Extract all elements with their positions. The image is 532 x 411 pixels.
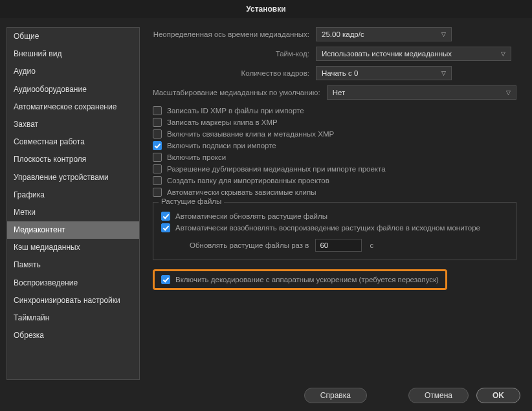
check-row-dup-media: Разрешение дублирования медиаданных при … (153, 164, 516, 173)
check-row-link-meta: Включить связывание клипа и метаданных X… (153, 129, 516, 139)
checkbox-proxy[interactable] (153, 153, 162, 162)
checkbox-captions-import[interactable] (153, 141, 162, 150)
chevron-down-icon: ▽ (441, 31, 446, 38)
sidebar-item[interactable]: Плоскость контроля (7, 151, 139, 168)
row-timecode: Тайм-код: Использовать источник медиадан… (153, 47, 516, 61)
dropdown-scaling[interactable]: Нет ▽ (327, 85, 516, 100)
label-scaling: Масштабирование медиаданных по умолчанию… (153, 89, 327, 96)
checkbox-write-markers[interactable] (153, 118, 162, 127)
sidebar-item[interactable]: Общие (7, 28, 139, 45)
checkbox-hw-decode[interactable] (161, 275, 170, 284)
cancel-button[interactable]: Отмена (408, 388, 469, 403)
check-row-create-folder: Создать папку для импортированных проект… (153, 176, 516, 185)
chevron-down-icon: ▽ (501, 50, 505, 57)
sidebar-item[interactable]: Кэш медиаданных (7, 239, 139, 256)
check-label-link-meta: Включить связывание клипа и метаданных X… (167, 130, 334, 138)
main-panel: Неопределенная ось времени медиаданных: … (140, 27, 526, 380)
check-label-auto-reload: Автоматически возобновлять воспроизведен… (175, 224, 480, 232)
unit-seconds: с (370, 241, 373, 249)
checkbox-link-meta[interactable] (153, 129, 162, 139)
sidebar-item[interactable]: Внешний вид (7, 45, 139, 63)
dropdown-framecount[interactable]: Начать с 0 ▽ (316, 66, 452, 80)
dropdown-timebase-value: 25.00 кадр/с (322, 30, 364, 38)
fieldset-legend-growing: Растущие файлы (159, 197, 224, 205)
label-timecode: Тайм-код: (153, 50, 316, 58)
check-row-hide-deps: Автоматически скрывать зависимые клипы (153, 188, 516, 197)
help-button[interactable]: Справка (304, 388, 367, 403)
input-refresh-interval[interactable] (315, 239, 362, 252)
dropdown-framecount-value: Начать с 0 (322, 69, 358, 77)
dropdown-scaling-value: Нет (333, 89, 346, 96)
ok-button[interactable]: OK (476, 388, 520, 403)
label-refresh-interval: Обновлять растущие файлы раз в (190, 241, 309, 249)
label-timebase: Неопределенная ось времени медиаданных: (153, 30, 316, 38)
row-framecount: Количество кадров: Начать с 0 ▽ (153, 66, 516, 80)
content-area: ОбщиеВнешний видАудиоАудиооборудованиеАв… (0, 18, 532, 380)
dropdown-timecode-value: Использовать источник медиаданных (322, 50, 452, 58)
dropdown-timecode[interactable]: Использовать источник медиаданных ▽ (316, 47, 511, 61)
chevron-down-icon: ▽ (506, 89, 511, 96)
checkbox-write-xmp[interactable] (153, 106, 162, 115)
label-framecount: Количество кадров: (153, 69, 316, 77)
check-label-dup-media: Разрешение дублирования медиаданных при … (167, 165, 386, 173)
checkbox-auto-reload[interactable] (161, 223, 170, 232)
check-label-write-xmp: Записать ID XMP в файлы при импорте (167, 107, 304, 115)
highlight-hw-decode: Включить декодирование с аппаратным уско… (153, 269, 447, 290)
row-scaling: Масштабирование медиаданных по умолчанию… (153, 85, 516, 100)
sidebar-item[interactable]: Автоматическое сохранение (7, 98, 139, 116)
dropdown-timebase[interactable]: 25.00 кадр/с ▽ (316, 27, 452, 41)
check-row-write-markers: Записать маркеры клипа в XMP (153, 118, 516, 127)
dialog-title: Установки (246, 5, 285, 14)
checkbox-auto-refresh[interactable] (161, 212, 170, 221)
row-refresh-interval: Обновлять растущие файлы раз в с (190, 239, 508, 252)
check-row-write-xmp: Записать ID XMP в файлы при импорте (153, 106, 516, 115)
check-row-proxy: Включить прокси (153, 153, 516, 162)
sidebar-item[interactable]: Обрезка (7, 327, 139, 344)
checkbox-hide-deps[interactable] (153, 188, 162, 197)
fieldset-growing-files: Растущие файлы Автоматически обновлять р… (153, 202, 516, 260)
sidebar-item[interactable]: Медиаконтент (7, 221, 139, 239)
check-label-hw-decode: Включить декодирование с аппаратным уско… (175, 276, 439, 283)
check-label-write-markers: Записать маркеры клипа в XMP (167, 118, 278, 126)
title-bar: Установки (0, 0, 532, 18)
sidebar-item[interactable]: Аудиооборудование (7, 81, 139, 98)
sidebar-item[interactable]: Синхронизировать настройки (7, 292, 139, 309)
checkbox-create-folder[interactable] (153, 176, 162, 185)
sidebar-item[interactable]: Воспроизведение (7, 274, 139, 292)
row-timebase: Неопределенная ось времени медиаданных: … (153, 27, 516, 41)
sidebar-item[interactable]: Управление устройствами (7, 169, 139, 186)
checkbox-dup-media[interactable] (153, 164, 162, 173)
check-label-proxy: Включить прокси (167, 153, 226, 161)
sidebar-item[interactable]: Таймлайн (7, 309, 139, 327)
check-label-hide-deps: Автоматически скрывать зависимые клипы (167, 188, 316, 196)
sidebar-item[interactable]: Захват (7, 116, 139, 133)
check-row-auto-reload: Автоматически возобновлять воспроизведен… (161, 223, 508, 232)
check-label-create-folder: Создать папку для импортированных проект… (167, 177, 329, 184)
check-row-captions-import: Включить подписи при импорте (153, 141, 516, 150)
sidebar-item[interactable]: Метки (7, 204, 139, 221)
sidebar-item[interactable]: Аудио (7, 63, 139, 80)
check-label-captions-import: Включить подписи при импорте (167, 142, 276, 150)
chevron-down-icon: ▽ (441, 70, 446, 76)
sidebar-item[interactable]: Совместная работа (7, 133, 139, 151)
sidebar-item[interactable]: Графика (7, 186, 139, 204)
check-row-auto-refresh: Автоматически обновлять растущие файлы (161, 212, 508, 221)
sidebar-item[interactable]: Память (7, 256, 139, 274)
sidebar: ОбщиеВнешний видАудиоАудиооборудованиеАв… (6, 27, 140, 380)
dialog-footer: Справка Отмена OK (0, 380, 532, 411)
check-label-auto-refresh: Автоматически обновлять растущие файлы (175, 212, 327, 220)
